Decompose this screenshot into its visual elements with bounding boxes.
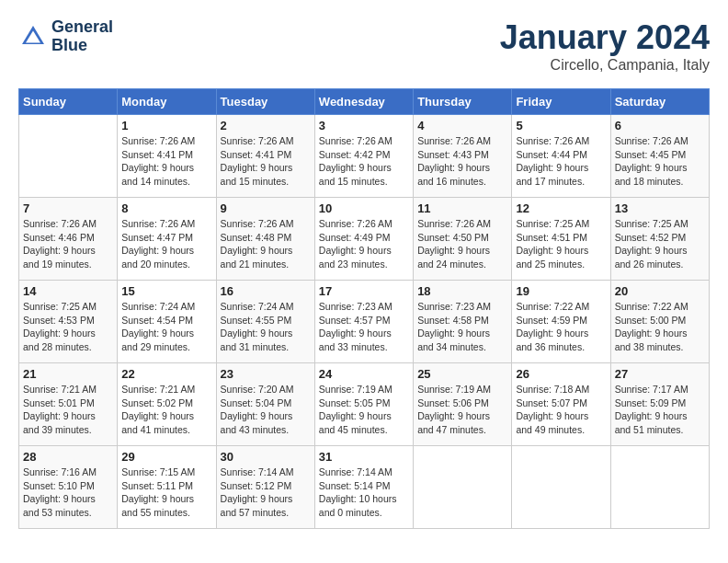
day-info: Sunrise: 7:26 AMSunset: 4:45 PMDaylight:… [615,134,705,189]
day-number: 24 [319,367,409,381]
month-title: January 2024 [500,18,710,57]
calendar-cell: 12Sunrise: 7:25 AMSunset: 4:51 PMDayligh… [512,198,610,281]
logo: General Blue [18,18,113,55]
calendar-cell [19,115,118,198]
day-number: 29 [121,450,211,464]
calendar-week-row: 28Sunrise: 7:16 AMSunset: 5:10 PMDayligh… [19,446,710,529]
day-number: 2 [221,119,311,132]
day-number: 15 [121,284,211,298]
calendar-cell: 15Sunrise: 7:24 AMSunset: 4:54 PMDayligh… [118,281,216,363]
day-info: Sunrise: 7:26 AMSunset: 4:44 PMDaylight:… [516,134,606,189]
day-number: 19 [516,284,606,298]
day-of-week-header: Wednesday [314,89,413,115]
day-info: Sunrise: 7:20 AMSunset: 5:04 PMDaylight:… [221,383,311,437]
day-info: Sunrise: 7:24 AMSunset: 4:54 PMDaylight:… [121,300,211,354]
day-number: 18 [417,284,507,298]
day-info: Sunrise: 7:26 AMSunset: 4:43 PMDaylight:… [417,134,507,189]
calendar-cell: 11Sunrise: 7:26 AMSunset: 4:50 PMDayligh… [414,198,512,281]
calendar-cell: 19Sunrise: 7:22 AMSunset: 4:59 PMDayligh… [512,281,610,363]
calendar-cell: 22Sunrise: 7:21 AMSunset: 5:02 PMDayligh… [118,363,216,446]
calendar-week-row: 21Sunrise: 7:21 AMSunset: 5:01 PMDayligh… [19,363,710,446]
day-number: 22 [121,367,211,381]
calendar-table: SundayMondayTuesdayWednesdayThursdayFrid… [18,88,710,529]
day-number: 20 [615,284,705,298]
day-info: Sunrise: 7:26 AMSunset: 4:47 PMDaylight:… [121,217,211,271]
day-number: 7 [23,201,113,215]
calendar-cell [414,446,512,529]
calendar-cell: 9Sunrise: 7:26 AMSunset: 4:48 PMDaylight… [216,198,314,281]
day-info: Sunrise: 7:26 AMSunset: 4:48 PMDaylight:… [221,217,311,271]
day-info: Sunrise: 7:22 AMSunset: 4:59 PMDaylight:… [516,300,606,354]
calendar-cell: 2Sunrise: 7:26 AMSunset: 4:41 PMDaylight… [216,115,314,198]
day-info: Sunrise: 7:26 AMSunset: 4:41 PMDaylight:… [221,134,311,189]
calendar-cell: 23Sunrise: 7:20 AMSunset: 5:04 PMDayligh… [216,363,314,446]
day-number: 12 [516,201,606,215]
day-info: Sunrise: 7:26 AMSunset: 4:42 PMDaylight:… [319,134,409,189]
day-number: 4 [417,119,507,132]
day-info: Sunrise: 7:23 AMSunset: 4:57 PMDaylight:… [319,300,409,354]
day-info: Sunrise: 7:25 AMSunset: 4:52 PMDaylight:… [615,217,705,271]
day-info: Sunrise: 7:24 AMSunset: 4:55 PMDaylight:… [221,300,311,354]
calendar-cell [610,446,709,529]
calendar-cell: 18Sunrise: 7:23 AMSunset: 4:58 PMDayligh… [414,281,512,363]
calendar-cell: 16Sunrise: 7:24 AMSunset: 4:55 PMDayligh… [216,281,314,363]
day-info: Sunrise: 7:16 AMSunset: 5:10 PMDaylight:… [23,465,113,520]
calendar-cell: 17Sunrise: 7:23 AMSunset: 4:57 PMDayligh… [314,281,413,363]
day-number: 28 [23,450,113,464]
day-info: Sunrise: 7:21 AMSunset: 5:01 PMDaylight:… [23,383,113,437]
calendar-cell: 28Sunrise: 7:16 AMSunset: 5:10 PMDayligh… [19,446,118,529]
day-number: 11 [417,201,507,215]
calendar-cell: 7Sunrise: 7:26 AMSunset: 4:46 PMDaylight… [19,198,118,281]
day-number: 21 [23,367,113,381]
calendar-cell [512,446,610,529]
day-number: 16 [221,284,311,298]
day-info: Sunrise: 7:26 AMSunset: 4:49 PMDaylight:… [319,217,409,271]
calendar-cell: 10Sunrise: 7:26 AMSunset: 4:49 PMDayligh… [314,198,413,281]
calendar-cell: 8Sunrise: 7:26 AMSunset: 4:47 PMDaylight… [118,198,216,281]
calendar-cell: 21Sunrise: 7:21 AMSunset: 5:01 PMDayligh… [19,363,118,446]
calendar-cell: 27Sunrise: 7:17 AMSunset: 5:09 PMDayligh… [610,363,709,446]
day-number: 26 [516,367,606,381]
day-info: Sunrise: 7:26 AMSunset: 4:41 PMDaylight:… [121,134,211,189]
day-of-week-header: Friday [512,89,610,115]
calendar-cell: 25Sunrise: 7:19 AMSunset: 5:06 PMDayligh… [414,363,512,446]
day-info: Sunrise: 7:22 AMSunset: 5:00 PMDaylight:… [615,300,705,354]
calendar-header-row: SundayMondayTuesdayWednesdayThursdayFrid… [19,89,710,115]
day-number: 17 [319,284,409,298]
calendar-week-row: 7Sunrise: 7:26 AMSunset: 4:46 PMDaylight… [19,198,710,281]
day-info: Sunrise: 7:23 AMSunset: 4:58 PMDaylight:… [417,300,507,354]
calendar-cell: 13Sunrise: 7:25 AMSunset: 4:52 PMDayligh… [610,198,709,281]
day-number: 5 [516,119,606,132]
calendar-week-row: 1Sunrise: 7:26 AMSunset: 4:41 PMDaylight… [19,115,710,198]
day-number: 9 [221,201,311,215]
calendar-cell: 24Sunrise: 7:19 AMSunset: 5:05 PMDayligh… [314,363,413,446]
calendar-cell: 26Sunrise: 7:18 AMSunset: 5:07 PMDayligh… [512,363,610,446]
day-number: 3 [319,119,409,132]
calendar-cell: 30Sunrise: 7:14 AMSunset: 5:12 PMDayligh… [216,446,314,529]
title-block: January 2024 Circello, Campania, Italy [500,18,710,74]
calendar-cell: 4Sunrise: 7:26 AMSunset: 4:43 PMDaylight… [414,115,512,198]
day-info: Sunrise: 7:25 AMSunset: 4:51 PMDaylight:… [516,217,606,271]
calendar-cell: 31Sunrise: 7:14 AMSunset: 5:14 PMDayligh… [314,446,413,529]
day-number: 6 [615,119,705,132]
day-number: 13 [615,201,705,215]
day-info: Sunrise: 7:19 AMSunset: 5:06 PMDaylight:… [417,383,507,437]
calendar-cell: 20Sunrise: 7:22 AMSunset: 5:00 PMDayligh… [610,281,709,363]
day-of-week-header: Tuesday [216,89,314,115]
day-number: 25 [417,367,507,381]
calendar-cell: 5Sunrise: 7:26 AMSunset: 4:44 PMDaylight… [512,115,610,198]
page-header: General Blue January 2024 Circello, Camp… [18,18,710,74]
day-info: Sunrise: 7:18 AMSunset: 5:07 PMDaylight:… [516,383,606,437]
day-of-week-header: Sunday [19,89,118,115]
calendar-cell: 14Sunrise: 7:25 AMSunset: 4:53 PMDayligh… [19,281,118,363]
day-number: 30 [221,450,311,464]
day-number: 14 [23,284,113,298]
logo-text: General Blue [51,18,113,55]
day-of-week-header: Thursday [414,89,512,115]
calendar-week-row: 14Sunrise: 7:25 AMSunset: 4:53 PMDayligh… [19,281,710,363]
day-info: Sunrise: 7:25 AMSunset: 4:53 PMDaylight:… [23,300,113,354]
day-info: Sunrise: 7:15 AMSunset: 5:11 PMDaylight:… [121,465,211,520]
day-number: 1 [121,119,211,132]
day-of-week-header: Monday [118,89,216,115]
day-of-week-header: Saturday [610,89,709,115]
